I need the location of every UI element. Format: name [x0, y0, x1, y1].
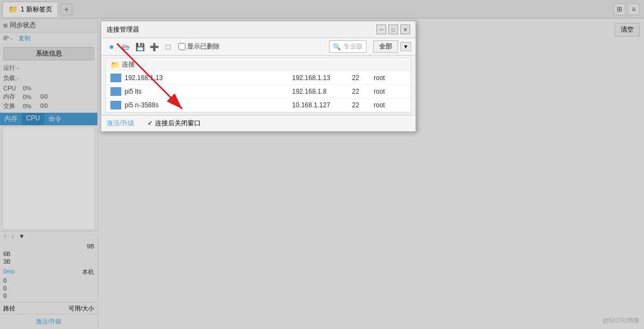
edit-btn[interactable]: □ — [162, 41, 174, 53]
folder-btn[interactable]: 🗁 — [120, 41, 132, 53]
restore-button[interactable]: □ — [388, 25, 398, 34]
connection-user-1: root — [374, 88, 406, 95]
modal-titlebar: 连接管理器 ─ □ ✕ — [101, 21, 416, 38]
modal-group-header: 📁 连接 — [106, 58, 411, 71]
connection-row-2[interactable]: pi5 n-3588s 10.168.1.127 22 root — [106, 99, 411, 112]
modal-content: 📁 连接 192.168.1.13 192.168.1.13 22 root p… — [106, 58, 411, 113]
connection-port-2: 22 — [352, 101, 374, 109]
connection-row-1[interactable]: pi5 lts 192.168.1.8 22 root — [106, 85, 411, 99]
connection-icon-2 — [110, 101, 121, 109]
group-name: 连接 — [122, 60, 135, 69]
connection-ip-0: 192.168.1.13 — [292, 74, 352, 82]
modal-footer: 激活/升级 ✓ 连接后关闭窗口 — [101, 115, 416, 131]
connection-port-1: 22 — [352, 88, 374, 95]
modal-overlay[interactable]: 连接管理器 ─ □ ✕ ● 🗁 💾 ➕ □ 显示已删除 🔍 专业版 全部 ▼ — [0, 0, 644, 329]
connection-icon-0 — [110, 74, 121, 82]
minimize-button[interactable]: ─ — [376, 25, 386, 34]
modal-title: 连接管理器 — [107, 25, 139, 34]
connection-name-2: pi5 n-3588s — [125, 101, 292, 109]
modal-search[interactable]: 🔍 专业版 — [329, 40, 367, 53]
modal-toolbar: ● 🗁 💾 ➕ □ 显示已删除 🔍 专业版 全部 ▼ — [101, 38, 416, 56]
modal-connection-table: 192.168.1.13 192.168.1.13 22 root pi5 lt… — [106, 71, 411, 112]
footer-checkbox-label: ✓ 连接后关闭窗口 — [147, 119, 200, 128]
footer-checkbox-area: ✓ 连接后关闭窗口 — [147, 119, 200, 128]
show-deleted-label: 显示已删除 — [187, 42, 220, 51]
footer-activate-link[interactable]: 激活/升级 — [107, 119, 134, 128]
connection-user-2: root — [374, 101, 406, 109]
filter-arrow[interactable]: ▼ — [400, 42, 411, 51]
filter-button[interactable]: 全部 — [373, 40, 398, 53]
search-placeholder: 专业版 — [343, 42, 363, 51]
connection-name-0: 192.168.1.13 — [125, 74, 292, 82]
show-deleted-checkbox[interactable] — [178, 43, 185, 50]
save-btn[interactable]: 💾 — [134, 41, 146, 53]
connection-manager-window: 连接管理器 ─ □ ✕ ● 🗁 💾 ➕ □ 显示已删除 🔍 专业版 全部 ▼ — [101, 21, 416, 132]
connection-port-0: 22 — [352, 74, 374, 82]
modal-win-buttons: ─ □ ✕ — [376, 25, 410, 34]
connection-ip-2: 10.168.1.127 — [292, 101, 352, 109]
connection-icon-1 — [110, 87, 121, 96]
add-btn[interactable]: ➕ — [148, 41, 160, 53]
connection-user-0: root — [374, 74, 406, 82]
group-folder-icon: 📁 — [110, 60, 120, 69]
connection-row-0[interactable]: 192.168.1.13 192.168.1.13 22 root — [106, 71, 411, 85]
show-deleted-area: 显示已删除 — [178, 42, 220, 51]
new-connection-btn[interactable]: ● — [106, 41, 117, 53]
connection-ip-1: 192.168.1.8 — [292, 88, 352, 95]
connection-name-1: pi5 lts — [125, 88, 292, 95]
search-icon: 🔍 — [333, 43, 341, 51]
close-button[interactable]: ✕ — [400, 25, 410, 34]
